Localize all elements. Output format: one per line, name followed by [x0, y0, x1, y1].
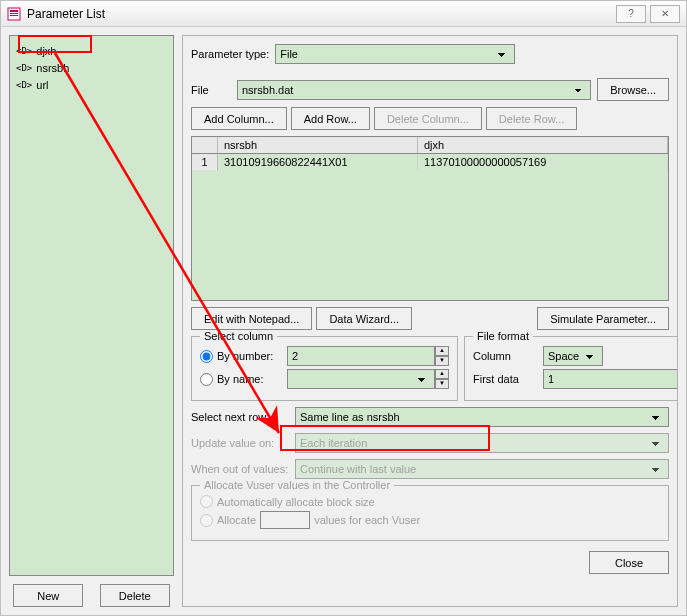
- delete-button[interactable]: Delete: [100, 584, 170, 607]
- tag-icon: <D>: [16, 46, 32, 56]
- svg-rect-3: [10, 15, 18, 16]
- select-next-row-select[interactable]: Same line as nsrsbh: [295, 407, 669, 427]
- spinner-up-icon[interactable]: ▲: [435, 369, 449, 379]
- grid-header: nsrsbh djxh: [192, 137, 668, 154]
- column-delimiter-label: Column: [473, 350, 537, 362]
- select-next-row-label: Select next row:: [191, 411, 289, 423]
- spinner-down-icon[interactable]: ▼: [435, 356, 449, 366]
- add-column-button[interactable]: Add Column...: [191, 107, 287, 130]
- tree-label: nsrsbh: [36, 62, 69, 74]
- delete-row-button: Delete Row...: [486, 107, 577, 130]
- svg-rect-1: [10, 10, 18, 12]
- svg-rect-2: [10, 13, 18, 14]
- grid-header-nsrsbh[interactable]: nsrsbh: [218, 137, 418, 153]
- file-select[interactable]: nsrsbh.dat: [237, 80, 591, 100]
- tree-label: url: [36, 79, 48, 91]
- spinner-up-icon[interactable]: ▲: [435, 346, 449, 356]
- window-title: Parameter List: [27, 7, 612, 21]
- right-panel: Parameter type: File File nsrsbh.dat Bro…: [182, 35, 678, 607]
- by-name-label: By name:: [217, 373, 283, 385]
- allocate-fieldset: Allocate Vuser values in the Controller …: [191, 485, 669, 541]
- edit-notepad-button[interactable]: Edit with Notepad...: [191, 307, 312, 330]
- data-grid[interactable]: nsrsbh djxh 1 31010919660822441X01 11370…: [191, 136, 669, 301]
- data-wizard-button[interactable]: Data Wizard...: [316, 307, 412, 330]
- by-number-label: By number:: [217, 350, 283, 362]
- help-button[interactable]: ?: [616, 5, 646, 23]
- delete-column-button: Delete Column...: [374, 107, 482, 130]
- parameter-list-window: Parameter List ? ✕ <D> djxh <D> nsrsbh <…: [0, 0, 687, 616]
- first-data-input[interactable]: [543, 369, 678, 389]
- file-label: File: [191, 84, 231, 96]
- by-number-radio[interactable]: [200, 350, 213, 363]
- allocate-prefix-label: Allocate: [217, 514, 256, 526]
- new-button[interactable]: New: [13, 584, 83, 607]
- app-icon: [7, 7, 21, 21]
- select-column-fieldset: Select column By number: ▲▼ By name: ▲▼: [191, 336, 458, 401]
- tree-item-nsrsbh[interactable]: <D> nsrsbh: [14, 60, 169, 76]
- tag-icon: <D>: [16, 63, 32, 73]
- tree-label: djxh: [36, 45, 56, 57]
- out-of-values-select: Continue with last value: [295, 459, 669, 479]
- update-value-label: Update value on:: [191, 437, 289, 449]
- auto-allocate-radio: [200, 495, 213, 508]
- left-panel: <D> djxh <D> nsrsbh <D> url New Delete: [9, 35, 174, 607]
- grid-cell-nsrsbh[interactable]: 31010919660822441X01: [218, 154, 418, 170]
- allocate-count-input: [260, 511, 310, 529]
- by-name-select[interactable]: [287, 369, 435, 389]
- manual-allocate-radio: [200, 514, 213, 527]
- tag-icon: <D>: [16, 80, 32, 90]
- column-delimiter-select[interactable]: Space: [543, 346, 603, 366]
- grid-cell-djxh[interactable]: 11370100000000057169: [418, 154, 668, 170]
- add-row-button[interactable]: Add Row...: [291, 107, 370, 130]
- table-row[interactable]: 1 31010919660822441X01 11370100000000057…: [192, 154, 668, 170]
- out-of-values-label: When out of values:: [191, 463, 289, 475]
- auto-allocate-label: Automatically allocate block size: [217, 496, 375, 508]
- parameter-type-label: Parameter type:: [191, 48, 269, 60]
- file-format-fieldset: File format Column Space First data ▲▼: [464, 336, 678, 401]
- tree-item-djxh[interactable]: <D> djxh: [14, 43, 169, 59]
- by-number-input[interactable]: [287, 346, 435, 366]
- first-data-label: First data: [473, 373, 537, 385]
- browse-button[interactable]: Browse...: [597, 78, 669, 101]
- parameter-tree[interactable]: <D> djxh <D> nsrsbh <D> url: [9, 35, 174, 576]
- simulate-parameter-button[interactable]: Simulate Parameter...: [537, 307, 669, 330]
- close-button[interactable]: Close: [589, 551, 669, 574]
- update-value-select: Each iteration: [295, 433, 669, 453]
- spinner-down-icon[interactable]: ▼: [435, 379, 449, 389]
- grid-header-djxh[interactable]: djxh: [418, 137, 668, 153]
- tree-item-url[interactable]: <D> url: [14, 77, 169, 93]
- parameter-type-select[interactable]: File: [275, 44, 515, 64]
- by-name-radio[interactable]: [200, 373, 213, 386]
- close-window-button[interactable]: ✕: [650, 5, 680, 23]
- grid-cell-rownum: 1: [192, 154, 218, 170]
- titlebar: Parameter List ? ✕: [1, 1, 686, 27]
- allocate-suffix-label: values for each Vuser: [314, 514, 420, 526]
- grid-header-rownum: [192, 137, 218, 153]
